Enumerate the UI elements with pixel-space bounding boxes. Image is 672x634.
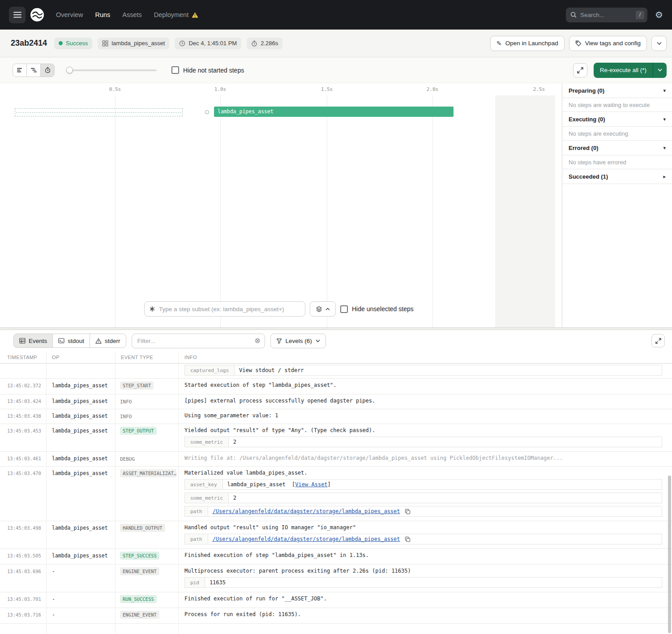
gridline	[220, 95, 221, 327]
gantt-mode-flat-button[interactable]	[13, 64, 27, 77]
log-row[interactable]: 13:45:03.438 lambda_pipes_asset INFO Usi…	[0, 409, 672, 424]
metadata-link[interactable]: /Users/alangenfeld/data/dagster/storage/…	[213, 508, 400, 514]
search-box[interactable]: /	[566, 8, 647, 22]
view-tags-config-button[interactable]: View tags and config	[569, 36, 647, 51]
hide-unselected-control[interactable]: Hide unselected steps	[340, 305, 414, 313]
gantt-mode-timed-button[interactable]	[40, 64, 55, 77]
log-message: Multiprocess executor: parent process ex…	[184, 568, 662, 574]
gantt-step-bar[interactable]: lambda_pipes_asset	[214, 107, 454, 117]
levels-dropdown-button[interactable]: Levels (6)	[270, 334, 326, 348]
log-row[interactable]: 13:45:03.461 lambda_pipes_asset DEBUG Wr…	[0, 452, 672, 467]
log-event-type: STEP_OUTPUT	[116, 424, 179, 451]
step-status-section-header[interactable]: Errored (0) ▾	[562, 141, 672, 155]
copy-icon	[405, 509, 411, 514]
log-scrollbar[interactable]	[668, 476, 671, 633]
event-type-tag: STEP_OUTPUT	[120, 427, 157, 435]
log-event-type: HANDLED_OUTPUT	[116, 521, 179, 548]
log-event-type: INFO	[116, 394, 179, 409]
tab-events[interactable]: Events	[13, 334, 53, 348]
stopwatch-icon	[251, 40, 257, 47]
log-row[interactable]: 13:45:03.716 - ENGINE_EVENT Process for …	[0, 608, 672, 624]
reexecute-split-button: Re-execute all (*)	[594, 63, 667, 78]
metadata-link[interactable]: /Users/alangenfeld/data/dagster/storage/…	[213, 536, 400, 542]
dagster-logo[interactable]	[30, 8, 44, 22]
nav-item-runs[interactable]: Runs	[95, 11, 110, 18]
step-status-section-header[interactable]: Preparing (0) ▾	[562, 83, 672, 98]
log-table-header: TIMESTAMP OP EVENT TYPE INFO	[0, 351, 672, 364]
job-name: lambda_pipes_asset	[111, 40, 165, 47]
log-timestamp	[0, 364, 47, 378]
run-timestamp: Dec 4, 1:45:01 PM	[188, 40, 237, 47]
nav-item-overview[interactable]: Overview	[56, 11, 83, 18]
log-row[interactable]: 13:45:03.424 lambda_pipes_asset INFO [pi…	[0, 394, 672, 409]
log-row[interactable]: 13:45:02.372 lambda_pipes_asset STEP_STA…	[0, 379, 672, 394]
log-filter-box[interactable]: ⊗	[132, 334, 265, 348]
open-in-launchpad-button[interactable]: ✎ Open in Launchpad	[490, 36, 565, 51]
job-tag[interactable]: lambda_pipes_asset	[98, 38, 169, 49]
metadata-link[interactable]: View Asset	[295, 481, 327, 488]
hide-not-started-checkbox[interactable]	[171, 66, 179, 74]
run-actions-dropdown-button[interactable]	[651, 36, 667, 51]
step-status-panel: Preparing (0) ▾ No steps are waiting to …	[562, 83, 672, 327]
log-row[interactable]: 13:45:03.470 lambda_pipes_asset ASSET_MA…	[0, 467, 672, 521]
gantt-view-mode-group	[13, 64, 55, 77]
hide-not-started-control[interactable]: Hide not started steps	[171, 66, 244, 74]
hide-unselected-checkbox[interactable]	[340, 305, 348, 313]
log-info: Handled output "result" using IO manager…	[179, 521, 672, 548]
search-input[interactable]	[580, 12, 632, 18]
run-timestamp-tag: Dec 4, 1:45:01 PM	[175, 38, 241, 49]
log-message: Writing file at: /Users/alangenfeld/data…	[184, 455, 662, 462]
log-message: Started execution of step "lambda_pipes_…	[184, 382, 662, 389]
tab-stderr[interactable]: stderr	[90, 334, 126, 348]
event-type-tag: ENGINE_EVENT	[120, 611, 159, 619]
log-message: Yielded output "result" of type "Any". (…	[184, 427, 662, 434]
tab-stderr-label: stderr	[105, 338, 120, 344]
copy-path-button[interactable]	[405, 536, 411, 542]
step-status-section-header[interactable]: Succeeded (1) ▸	[562, 169, 672, 184]
run-header-actions: ✎ Open in Launchpad View tags and config	[490, 36, 667, 51]
log-row[interactable]: 13:45:03.453 lambda_pipes_asset STEP_OUT…	[0, 424, 672, 452]
log-filter-input[interactable]	[137, 338, 251, 344]
log-event-type: INFO	[116, 409, 179, 424]
reexecute-dropdown-button[interactable]	[653, 63, 667, 78]
open-in-launchpad-label: Open in Launchpad	[505, 40, 558, 47]
settings-gear-icon[interactable]: ⚙	[655, 10, 663, 19]
log-message: Finished execution of run for "__ASSET_J…	[184, 595, 662, 602]
graph-query-toggle-button[interactable]	[310, 301, 336, 317]
log-row[interactable]: 13:45:03.505 lambda_pipes_asset STEP_SUC…	[0, 549, 672, 565]
search-icon	[570, 12, 577, 18]
gantt-zoom-slider[interactable]	[66, 67, 157, 73]
section-empty-text: No steps are executing	[562, 127, 672, 141]
tab-stdout[interactable]: stdout	[52, 334, 90, 348]
metadata-key: path	[185, 506, 208, 516]
log-timestamp: 13:45:03.701	[0, 592, 47, 608]
copy-path-button[interactable]	[405, 509, 411, 514]
levels-label: Levels (6)	[286, 338, 312, 344]
nav-item-assets[interactable]: Assets	[122, 11, 142, 18]
expand-icon	[577, 67, 583, 73]
section-chevron-icon: ▾	[663, 88, 666, 94]
log-row[interactable]: 13:45:03.701 - RUN_SUCCESS Finished exec…	[0, 592, 672, 608]
log-op: -	[47, 592, 116, 608]
reexecute-all-button[interactable]: Re-execute all (*)	[594, 63, 653, 78]
nav-item-deployment[interactable]: Deployment	[154, 11, 198, 18]
log-fullscreen-button[interactable]	[651, 334, 665, 347]
step-subset-input[interactable]	[159, 306, 300, 313]
menu-button[interactable]	[9, 7, 26, 23]
log-row[interactable]: 13:45:03.498 lambda_pipes_asset HANDLED_…	[0, 521, 672, 549]
event-type-tag: ENGINE_EVENT	[120, 567, 159, 575]
metadata-key: path	[185, 534, 208, 544]
step-subset-inputbox[interactable]	[144, 301, 305, 317]
log-timestamp: 13:45:03.498	[0, 521, 47, 548]
metadata-key: some_metric	[185, 493, 229, 503]
gantt-fullscreen-button[interactable]	[573, 63, 587, 77]
section-empty-text: No steps have errored	[562, 155, 672, 169]
log-row[interactable]: captured_logsView stdout / stderr	[0, 364, 672, 379]
gantt-mode-waterfall-button[interactable]	[26, 64, 41, 77]
column-header-op: OP	[47, 351, 116, 363]
hide-unselected-label: Hide unselected steps	[352, 305, 414, 313]
clear-filter-icon[interactable]: ⊗	[254, 337, 260, 344]
step-status-section-header[interactable]: Executing (0) ▾	[562, 112, 672, 127]
log-row[interactable]: 13:45:03.696 - ENGINE_EVENT Multiprocess…	[0, 565, 672, 592]
slider-knob[interactable]	[66, 67, 73, 73]
